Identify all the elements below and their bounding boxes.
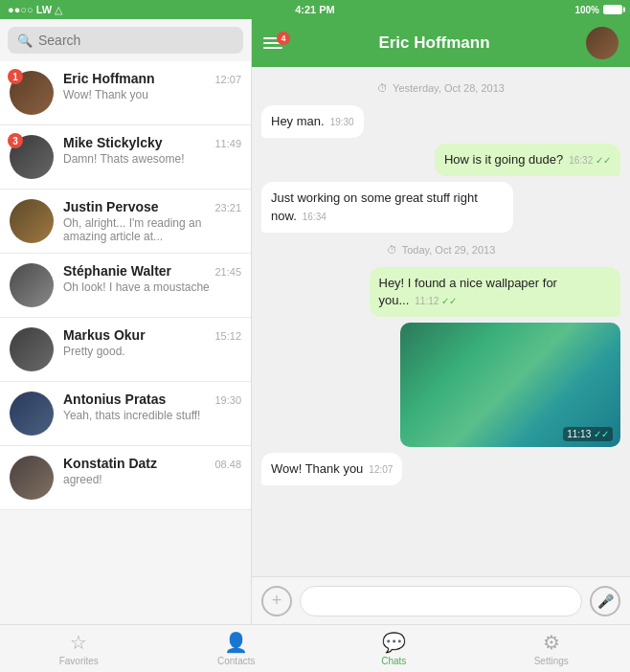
chat-preview: Oh look! I have a moustache xyxy=(63,280,241,294)
search-input[interactable] xyxy=(38,33,234,48)
chat-info: Antonius Pratas 19:30 Yeah, thats incred… xyxy=(63,392,241,422)
tab-label: Chats xyxy=(381,656,406,666)
chat-info: Justin Pervose 23:21 Oh, alright... I'm … xyxy=(63,199,241,243)
chat-preview: Pretty good. xyxy=(63,345,241,358)
tab-icon: ⚙ xyxy=(543,631,560,654)
clock-icon: ⏱ xyxy=(377,82,388,94)
chat-preview: Yeah, thats incredible stuff! xyxy=(63,409,241,422)
tab-contacts[interactable]: 👤 Contacts xyxy=(158,625,316,672)
signal-dots: ●●○○ LW xyxy=(8,4,52,15)
chat-header-row: Eric Hoffmann 12:07 xyxy=(63,71,241,86)
contact-avatar[interactable] xyxy=(586,27,619,59)
battery-percent: 100% xyxy=(574,5,599,15)
avatar xyxy=(10,327,54,371)
chat-header-row: Konstatin Datz 08.48 xyxy=(63,456,241,471)
message-bubble: Wow! Thank you12:07 xyxy=(261,453,402,485)
avatar-wrap xyxy=(10,327,54,371)
chat-list: 1 Eric Hoffmann 12:07 Wow! Thank you 3 M… xyxy=(0,61,251,624)
date-label: Today, Oct 29, 2013 xyxy=(402,244,496,256)
menu-button[interactable]: 4 xyxy=(263,37,282,49)
chat-header-row: Stéphanie Walter 21:45 xyxy=(63,263,241,279)
message-bubble: How is it going dude?16:32 ✓✓ xyxy=(435,144,620,176)
chat-list-item[interactable]: Antonius Pratas 19:30 Yeah, thats incred… xyxy=(0,382,251,446)
search-icon: 🔍 xyxy=(17,34,33,48)
avatar xyxy=(10,392,54,436)
contact-name: Eric Hoffmann xyxy=(292,34,576,53)
wifi-icon: △ xyxy=(55,4,62,16)
mic-button[interactable]: 🎤 xyxy=(590,586,620,616)
tab-label: Favorites xyxy=(59,656,99,666)
chat-header-row: Justin Pervose 23:21 xyxy=(63,199,241,214)
tab-label: Settings xyxy=(534,656,569,666)
chat-time: 12:07 xyxy=(214,74,241,85)
message-time: 16:32 ✓✓ xyxy=(569,155,611,166)
chat-list-item[interactable]: Stéphanie Walter 21:45 Oh look! I have a… xyxy=(0,254,251,318)
messages-area: ⏱Yesterday, Oct 28, 2013 Hey man.19:30 H… xyxy=(252,67,630,576)
search-bar[interactable]: 🔍 xyxy=(8,27,243,54)
message-bubble: Hey man.19:30 xyxy=(261,105,364,138)
message-time: 11:12 ✓✓ xyxy=(415,296,457,306)
chat-name: Konstatin Datz xyxy=(63,456,157,471)
read-ticks: ✓✓ xyxy=(441,296,457,306)
chat-header-row: Mike Stickylcky 11:49 xyxy=(63,135,241,150)
message-row-image: 11:13 ✓✓ xyxy=(261,323,620,447)
image-content: 11:13 ✓✓ xyxy=(400,323,620,447)
chat-preview: Oh, alright... I'm reading an amazing ar… xyxy=(63,216,241,243)
clock-icon: ⏱ xyxy=(387,244,397,256)
avatar-wrap xyxy=(10,392,54,436)
signal-indicator: ●●○○ LW △ xyxy=(8,4,62,16)
message-bubble: Hey! I found a nice wallpaper for you...… xyxy=(370,267,621,317)
chat-preview: agreed! xyxy=(63,473,241,486)
chat-preview: Damn! Thats awesome! xyxy=(63,152,241,166)
chat-name: Antonius Pratas xyxy=(63,392,166,407)
message-input[interactable] xyxy=(300,586,582,616)
date-divider: ⏱Yesterday, Oct 28, 2013 xyxy=(261,82,620,94)
chat-info: Eric Hoffmann 12:07 Wow! Thank you xyxy=(63,71,241,101)
battery-indicator: 100% xyxy=(574,5,622,15)
tab-chats[interactable]: 💬 Chats xyxy=(315,625,473,672)
tab-settings[interactable]: ⚙ Settings xyxy=(473,625,631,672)
read-ticks: ✓✓ xyxy=(596,155,611,166)
chat-list-item[interactable]: Konstatin Datz 08.48 agreed! xyxy=(0,446,251,510)
unread-badge: 3 xyxy=(8,133,23,148)
avatar xyxy=(10,263,54,307)
message-input-bar: + 🎤 xyxy=(252,576,630,624)
chat-header-row: Markus Okur 15:12 xyxy=(63,327,241,343)
battery-icon xyxy=(603,5,622,14)
chat-info: Stéphanie Walter 21:45 Oh look! I have a… xyxy=(63,263,241,294)
conversation-panel: 4 Eric Hoffmann ⏱Yesterday, Oct 28, 2013… xyxy=(252,19,630,624)
avatar-wrap: 3 xyxy=(10,135,54,179)
chat-time: 21:45 xyxy=(214,266,241,278)
chat-info: Konstatin Datz 08.48 agreed! xyxy=(63,456,241,486)
tab-label: Contacts xyxy=(217,656,255,666)
chat-name: Mike Stickylcky xyxy=(63,135,163,150)
chat-list-item[interactable]: 3 Mike Stickylcky 11:49 Damn! Thats awes… xyxy=(0,125,251,190)
chat-list-item[interactable]: Markus Okur 15:12 Pretty good. xyxy=(0,318,251,382)
message-time: 19:30 xyxy=(330,117,354,127)
chat-preview: Wow! Thank you xyxy=(63,88,241,101)
chat-name: Markus Okur xyxy=(63,327,146,343)
avatar-wrap xyxy=(10,263,54,307)
chat-time: 11:49 xyxy=(214,138,241,149)
message-time: 16:34 xyxy=(303,212,326,222)
chat-list-item[interactable]: Justin Pervose 23:21 Oh, alright... I'm … xyxy=(0,190,251,254)
chat-list-panel: 🔍 1 Eric Hoffmann 12:07 Wow! Thank you 3… xyxy=(0,19,252,624)
clock: 4:21 PM xyxy=(295,4,335,15)
unread-badge: 1 xyxy=(8,69,23,84)
tab-bar: ☆ Favorites 👤 Contacts 💬 Chats ⚙ Setting… xyxy=(0,624,630,672)
avatar-wrap: 1 xyxy=(10,71,54,115)
add-attachment-button[interactable]: + xyxy=(261,586,292,616)
avatar-wrap xyxy=(10,456,54,500)
message-row-sent: Hey! I found a nice wallpaper for you...… xyxy=(261,267,620,317)
image-time: 11:13 ✓✓ xyxy=(563,427,613,441)
chat-name: Eric Hoffmann xyxy=(63,71,155,86)
chat-info: Mike Stickylcky 11:49 Damn! Thats awesom… xyxy=(63,135,241,166)
tab-favorites[interactable]: ☆ Favorites xyxy=(0,625,158,672)
message-bubble: Just working on some great stuff right n… xyxy=(261,182,513,232)
chat-list-item[interactable]: 1 Eric Hoffmann 12:07 Wow! Thank you xyxy=(0,61,251,125)
message-row-received: Hey man.19:30 xyxy=(261,105,620,138)
tab-icon: 👤 xyxy=(224,631,248,654)
chat-time: 08.48 xyxy=(214,459,241,470)
avatar xyxy=(10,456,54,500)
chat-info: Markus Okur 15:12 Pretty good. xyxy=(63,327,241,358)
